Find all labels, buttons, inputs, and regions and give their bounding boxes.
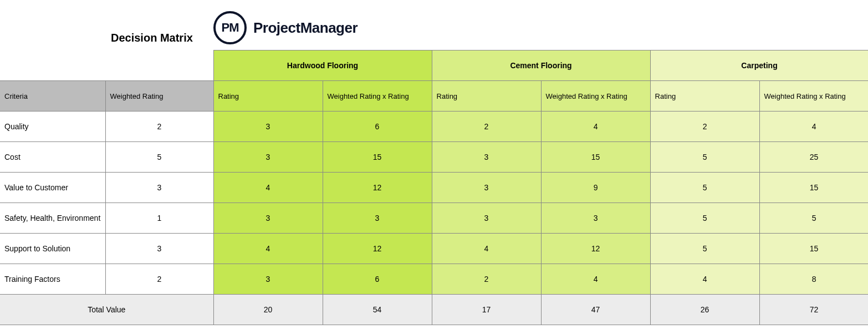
weighted-cell: 5: [759, 203, 868, 234]
col-wxr-0: Weighted Rating x Rating: [323, 81, 432, 112]
criteria-cell: Cost: [0, 142, 105, 173]
rating-cell: 5: [650, 142, 759, 173]
total-label: Total Value: [0, 295, 213, 325]
rating-cell: 4: [432, 234, 541, 264]
brand-name: ProjectManager: [253, 19, 358, 37]
rating-cell: 3: [432, 142, 541, 173]
total-rating: 26: [650, 295, 759, 325]
weighted-cell: 6: [323, 264, 432, 295]
decision-matrix-table: Hardwood FlooringCement FlooringCarpetin…: [0, 50, 868, 325]
rating-cell: 2: [432, 264, 541, 295]
option-header-2: Carpeting: [650, 50, 868, 81]
total-rating: 20: [213, 295, 323, 325]
table-row: Training Factors2362448: [0, 264, 868, 295]
table-row: Safety, Health, Environment1333355: [0, 203, 868, 234]
rating-cell: 4: [650, 264, 759, 295]
weighted-cell: 25: [759, 142, 868, 173]
criteria-cell: Support to Solution: [0, 234, 105, 264]
weighted-cell: 6: [323, 112, 432, 142]
rating-cell: 3: [213, 264, 323, 295]
logo-icon: PM: [213, 11, 247, 44]
total-row: Total Value205417472672: [0, 295, 868, 325]
col-criteria: Criteria: [0, 81, 105, 112]
criteria-cell: Training Factors: [0, 264, 105, 295]
criteria-cell: Safety, Health, Environment: [0, 203, 105, 234]
weighted-cell: 4: [541, 112, 650, 142]
rating-cell: 5: [650, 173, 759, 203]
weight-cell: 3: [105, 173, 213, 203]
weighted-cell: 15: [323, 142, 432, 173]
weighted-cell: 15: [759, 173, 868, 203]
header: Decision Matrix PM ProjectManager: [0, 0, 868, 50]
total-weighted: 72: [759, 295, 868, 325]
weight-cell: 5: [105, 142, 213, 173]
col-rating-0: Rating: [213, 81, 323, 112]
weighted-cell: 12: [323, 173, 432, 203]
rating-cell: 3: [213, 142, 323, 173]
option-header-0: Hardwood Flooring: [213, 50, 432, 81]
table-row: Value to Customer341239515: [0, 173, 868, 203]
rating-cell: 2: [650, 112, 759, 142]
rating-cell: 4: [213, 173, 323, 203]
weighted-cell: 9: [541, 173, 650, 203]
weighted-cell: 12: [323, 234, 432, 264]
weighted-cell: 12: [541, 234, 650, 264]
weighted-cell: 3: [541, 203, 650, 234]
col-wxr-2: Weighted Rating x Rating: [759, 81, 868, 112]
col-rating-1: Rating: [432, 81, 541, 112]
option-header-1: Cement Flooring: [432, 50, 650, 81]
weighted-cell: 8: [759, 264, 868, 295]
col-wxr-1: Weighted Rating x Rating: [541, 81, 650, 112]
page-title: Decision Matrix: [111, 32, 193, 44]
total-weighted: 54: [323, 295, 432, 325]
col-weighted: Weighted Rating: [105, 81, 213, 112]
weight-cell: 2: [105, 112, 213, 142]
weight-cell: 1: [105, 203, 213, 234]
weighted-cell: 4: [759, 112, 868, 142]
rating-cell: 3: [213, 112, 323, 142]
weighted-cell: 15: [541, 142, 650, 173]
total-weighted: 47: [541, 295, 650, 325]
rating-cell: 4: [213, 234, 323, 264]
table-row: Quality2362424: [0, 112, 868, 142]
col-rating-2: Rating: [650, 81, 759, 112]
table-row: Support to Solution3412412515: [0, 234, 868, 264]
weight-cell: 2: [105, 264, 213, 295]
weighted-cell: 3: [323, 203, 432, 234]
rating-cell: 5: [650, 203, 759, 234]
rating-cell: 2: [432, 112, 541, 142]
weight-cell: 3: [105, 234, 213, 264]
table-row: Cost5315315525: [0, 142, 868, 173]
rating-cell: 5: [650, 234, 759, 264]
rating-cell: 3: [213, 203, 323, 234]
rating-cell: 3: [432, 203, 541, 234]
brand-logo: PM ProjectManager: [213, 11, 358, 44]
weighted-cell: 15: [759, 234, 868, 264]
blank-header: [0, 50, 213, 81]
rating-cell: 3: [432, 173, 541, 203]
criteria-cell: Value to Customer: [0, 173, 105, 203]
total-rating: 17: [432, 295, 541, 325]
criteria-cell: Quality: [0, 112, 105, 142]
weighted-cell: 4: [541, 264, 650, 295]
